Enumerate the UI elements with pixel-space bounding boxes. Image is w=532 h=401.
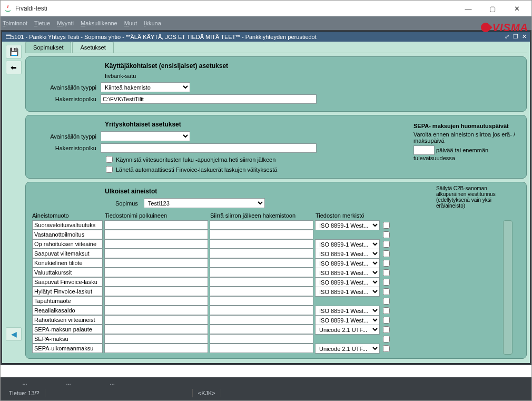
c2b-checkbox[interactable] — [383, 317, 390, 324]
aineisto-name-input[interactable] — [32, 334, 103, 344]
statusbar: ... ... ... Tietue: 13/? <KJK> — [1, 377, 531, 400]
table-row — [32, 296, 497, 306]
aineisto-name-input[interactable] — [32, 230, 103, 239]
aineisto-name-input[interactable] — [32, 325, 103, 334]
c2b-checkbox[interactable] — [383, 241, 390, 248]
sub-restore-icon[interactable]: ❐ — [513, 33, 518, 40]
encoding-select[interactable]: Unicode 2.1 UTF... — [315, 344, 380, 354]
sub-title-text: 5101 - Pankki Yhteys Testi - Sopimus yht… — [11, 34, 503, 40]
c2b-checkbox[interactable] — [383, 307, 390, 314]
aineisto-name-input[interactable] — [32, 315, 103, 325]
minimize-button[interactable]: — — [457, 1, 480, 16]
encoding-select[interactable]: ISO 8859-1 West... — [315, 315, 380, 325]
encoding-select[interactable]: ISO 8859-1 West... — [315, 277, 380, 287]
menu-myynti[interactable]: Myynti — [57, 20, 74, 26]
file-path-input[interactable] — [104, 306, 208, 315]
sub-app-icon: 🗔 — [5, 34, 11, 40]
c2b-checkbox[interactable] — [383, 326, 390, 333]
aineisto-name-input[interactable] — [32, 287, 103, 296]
aineisto-name-input[interactable] — [32, 344, 103, 353]
encoding-select[interactable]: ISO 8859-1 West... — [315, 249, 380, 259]
move-dir-input[interactable] — [210, 296, 313, 306]
send-button[interactable]: ◀ — [6, 327, 22, 341]
grid-scrollbar[interactable] — [503, 220, 513, 355]
encoding-select[interactable]: ISO 8859-1 West... — [315, 239, 380, 249]
file-path-input[interactable] — [104, 249, 208, 258]
aineisto-name-input[interactable] — [32, 239, 103, 249]
menu-tietue[interactable]: Tietue — [34, 20, 50, 26]
encoding-select[interactable]: Unicode 2.1 UTF... — [315, 325, 380, 335]
c2b-checkbox[interactable] — [383, 269, 390, 276]
move-dir-input[interactable] — [210, 277, 313, 287]
c2b-checkbox[interactable] — [383, 345, 390, 352]
file-path-input[interactable] — [104, 277, 208, 287]
file-path-input[interactable] — [104, 268, 208, 277]
launch-helper-checkbox[interactable] — [106, 156, 113, 163]
menu-muut[interactable]: Muut — [124, 20, 137, 26]
file-path-input[interactable] — [104, 239, 208, 249]
c2b-checkbox[interactable] — [383, 250, 390, 257]
back-button[interactable]: ⬅ — [6, 61, 22, 74]
move-dir-input[interactable] — [210, 306, 313, 315]
file-path-input[interactable] — [104, 296, 208, 306]
aineisto-name-input[interactable] — [32, 220, 103, 230]
aineisto-name-input[interactable] — [32, 249, 103, 258]
auto-finvoice-checkbox[interactable] — [106, 166, 113, 173]
keystore-type-select[interactable]: Kiinteä hakemisto — [101, 82, 190, 92]
move-dir-input[interactable] — [210, 239, 313, 249]
c2b-checkbox[interactable] — [383, 279, 390, 286]
aineisto-name-input[interactable] — [32, 277, 103, 287]
file-path-input[interactable] — [104, 325, 208, 334]
move-dir-input[interactable] — [210, 220, 313, 230]
c2b-checkbox[interactable] — [383, 288, 390, 295]
move-dir-input[interactable] — [210, 258, 313, 268]
sepa-days-input[interactable] — [413, 145, 435, 155]
aineisto-name-input[interactable] — [32, 296, 103, 306]
sepa-title: SEPA- maksujen huomautuspäivät — [413, 123, 516, 129]
aineisto-name-input[interactable] — [32, 306, 103, 315]
menu-toiminnot[interactable]: Toiminnot — [3, 20, 27, 26]
file-path-input[interactable] — [104, 220, 208, 230]
c2b-checkbox[interactable] — [383, 298, 390, 305]
dir-path-input[interactable] — [101, 94, 317, 104]
encoding-select[interactable]: ISO 8859-1 West... — [315, 287, 380, 297]
menu-ikkuna[interactable]: Ikkuna — [144, 20, 161, 26]
sopimus-select[interactable]: Testi123 — [144, 198, 265, 208]
c-dir-path-input[interactable] — [101, 143, 317, 153]
encoding-select[interactable]: ISO 8859-1 West... — [315, 306, 380, 316]
encoding-select[interactable]: ISO 8859-1 West... — [315, 268, 380, 278]
move-dir-input[interactable] — [210, 334, 313, 344]
file-path-input[interactable] — [104, 258, 208, 268]
move-dir-input[interactable] — [210, 315, 313, 325]
c2b-checkbox[interactable] — [383, 260, 390, 267]
move-dir-input[interactable] — [210, 325, 313, 334]
file-path-input[interactable] — [104, 230, 208, 239]
tab-sopimukset[interactable]: Sopimukset — [25, 42, 71, 53]
file-path-input[interactable] — [104, 315, 208, 325]
move-dir-input[interactable] — [210, 268, 313, 277]
close-button[interactable]: ✕ — [505, 1, 528, 16]
record-label: Tietue: — [9, 390, 26, 396]
app-window: Fivaldi-testi — ▢ ✕ Toiminnot Tietue Myy… — [0, 0, 532, 401]
encoding-select[interactable]: ISO 8859-1 West... — [315, 220, 380, 230]
c2b-checkbox[interactable] — [383, 222, 390, 229]
file-path-input[interactable] — [104, 287, 208, 296]
move-dir-input[interactable] — [210, 230, 313, 239]
aineisto-name-input[interactable] — [32, 268, 103, 277]
file-path-input[interactable] — [104, 334, 208, 344]
c2b-checkbox[interactable] — [383, 231, 390, 238]
move-dir-input[interactable] — [210, 344, 313, 353]
c-keystore-type-select[interactable] — [101, 131, 190, 141]
move-dir-input[interactable] — [210, 249, 313, 258]
save-button[interactable]: 💾 — [6, 45, 22, 58]
file-path-input[interactable] — [104, 344, 208, 353]
c2b-checkbox[interactable] — [383, 336, 390, 343]
sub-maximize-icon[interactable]: ⤢ — [505, 33, 509, 40]
tab-asetukset[interactable]: Asetukset — [72, 42, 113, 53]
encoding-select[interactable]: ISO 8859-1 West... — [315, 258, 380, 268]
menu-maksuliikenne[interactable]: Maksuliikenne — [81, 20, 117, 26]
sub-close-icon[interactable]: ✕ — [522, 33, 527, 40]
move-dir-input[interactable] — [210, 287, 313, 296]
aineisto-name-input[interactable] — [32, 258, 103, 268]
maximize-button[interactable]: ▢ — [481, 1, 504, 16]
